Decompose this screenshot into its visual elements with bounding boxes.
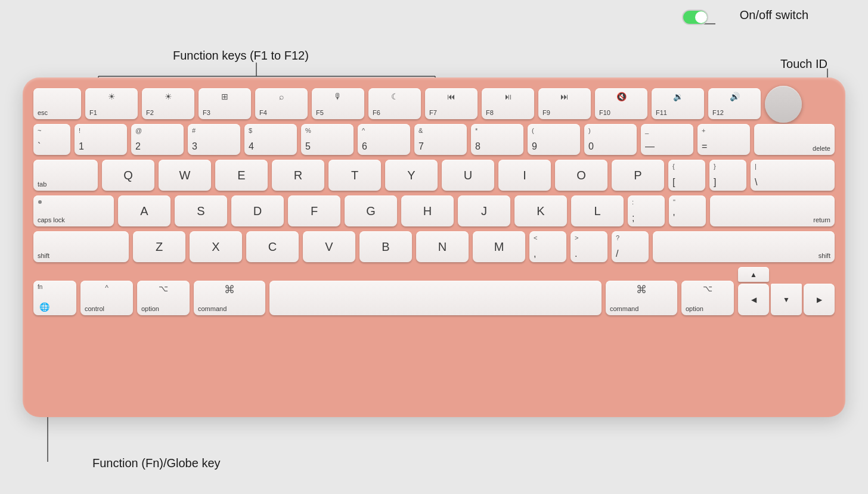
onoff-toggle[interactable] <box>682 10 708 25</box>
key-f1[interactable]: ☀ F1 <box>85 88 138 119</box>
key-r[interactable]: R <box>272 160 324 191</box>
key-d[interactable]: D <box>231 195 284 226</box>
key-4[interactable]: $ 4 <box>244 124 297 155</box>
f10-icon: 🔇 <box>616 92 627 101</box>
key-backslash[interactable]: | \ <box>751 160 835 191</box>
fnkeys-label: Function keys (F1 to F12) <box>173 49 309 63</box>
key-q[interactable]: Q <box>102 160 154 191</box>
key-7[interactable]: & 7 <box>414 124 467 155</box>
key-f2[interactable]: ☀ F2 <box>142 88 194 119</box>
key-shift-right[interactable]: shift <box>653 231 835 262</box>
key-spacebar[interactable] <box>269 281 602 315</box>
key-command-left[interactable]: ⌘ command <box>194 281 265 315</box>
key-k[interactable]: K <box>514 195 567 226</box>
key-f4[interactable]: ⌕ F4 <box>255 88 308 119</box>
f8-icon: ⏯ <box>504 92 512 101</box>
key-f3[interactable]: ⊞ F3 <box>199 88 251 119</box>
key-5[interactable]: % 5 <box>301 124 354 155</box>
key-f11[interactable]: 🔉 F11 <box>652 88 704 119</box>
key-slash[interactable]: ? / <box>612 231 649 262</box>
key-t[interactable]: T <box>328 160 381 191</box>
key-c[interactable]: C <box>246 231 299 262</box>
key-o[interactable]: O <box>555 160 607 191</box>
key-arrow-right[interactable]: ▶ <box>804 284 835 315</box>
key-period[interactable]: > . <box>571 231 607 262</box>
key-control[interactable]: ^ control <box>80 281 133 315</box>
key-option-left[interactable]: ⌥ option <box>137 281 190 315</box>
key-0[interactable]: ) 0 <box>584 124 637 155</box>
keyboard-body: esc ☀ F1 ☀ F2 ⊞ F3 ⌕ F4 🎙 F5 <box>23 77 845 417</box>
key-y[interactable]: Y <box>385 160 438 191</box>
esc-label: esc <box>38 109 48 116</box>
key-arrow-up[interactable]: ▲ <box>738 267 769 282</box>
key-f5[interactable]: 🎙 F5 <box>312 88 364 119</box>
key-g[interactable]: G <box>345 195 397 226</box>
f9-label: F9 <box>542 109 550 116</box>
globe-icon: 🌐 <box>39 302 49 312</box>
key-lbracket[interactable]: { [ <box>668 160 705 191</box>
shift-key-row: shift Z X C V B N M < , > . ? / shift <box>33 231 835 262</box>
key-minus[interactable]: _ — <box>641 124 693 155</box>
key-comma[interactable]: < , <box>529 231 566 262</box>
key-2[interactable]: @ 2 <box>131 124 184 155</box>
key-3[interactable]: # 3 <box>188 124 240 155</box>
key-arrow-down[interactable]: ▼ <box>771 284 802 315</box>
f6-icon: ☾ <box>391 92 399 101</box>
key-h[interactable]: H <box>401 195 454 226</box>
f7-icon: ⏮ <box>447 92 455 101</box>
key-i[interactable]: I <box>498 160 551 191</box>
key-w[interactable]: W <box>159 160 211 191</box>
key-tab[interactable]: tab <box>33 160 98 191</box>
key-capslock[interactable]: caps lock <box>33 195 114 226</box>
f10-label: F10 <box>599 109 610 116</box>
key-quote[interactable]: " ' <box>669 195 706 226</box>
key-delete[interactable]: delete <box>754 124 835 155</box>
f4-label: F4 <box>259 109 267 116</box>
key-f[interactable]: F <box>288 195 340 226</box>
key-m[interactable]: M <box>473 231 525 262</box>
key-f7[interactable]: ⏮ F7 <box>425 88 478 119</box>
key-fn-globe[interactable]: fn 🌐 <box>33 281 76 315</box>
key-e[interactable]: E <box>215 160 268 191</box>
key-u[interactable]: U <box>442 160 494 191</box>
key-esc[interactable]: esc <box>33 88 81 119</box>
f2-icon: ☀ <box>165 92 172 101</box>
key-command-right[interactable]: ⌘ command <box>606 281 677 315</box>
key-6[interactable]: ^ 6 <box>358 124 410 155</box>
key-b[interactable]: B <box>359 231 412 262</box>
key-backtick[interactable]: ~ ` <box>33 124 70 155</box>
key-8[interactable]: * 8 <box>471 124 523 155</box>
key-option-right[interactable]: ⌥ option <box>681 281 734 315</box>
arrow-cluster: ▲ ◀ ▼ ▶ <box>738 267 835 315</box>
key-n[interactable]: N <box>416 231 469 262</box>
ctrl-caret: ^ <box>105 284 108 292</box>
key-touchid[interactable] <box>765 86 802 123</box>
key-return[interactable]: return <box>710 195 835 226</box>
f6-label: F6 <box>373 109 380 116</box>
key-f10[interactable]: 🔇 F10 <box>595 88 647 119</box>
key-x[interactable]: X <box>190 231 242 262</box>
f11-icon: 🔉 <box>673 92 683 101</box>
key-s[interactable]: S <box>175 195 227 226</box>
key-equals[interactable]: + = <box>698 124 750 155</box>
key-j[interactable]: J <box>458 195 510 226</box>
key-f8[interactable]: ⏯ F8 <box>482 88 534 119</box>
f1-icon: ☀ <box>108 92 116 101</box>
key-rbracket[interactable]: } ] <box>709 160 746 191</box>
key-9[interactable]: ( 9 <box>528 124 580 155</box>
key-1[interactable]: ! 1 <box>75 124 127 155</box>
key-f9[interactable]: ⏭ F9 <box>538 88 591 119</box>
caps-key-row: caps lock A S D F G H J K L : ; " ' retu… <box>33 195 835 226</box>
key-a[interactable]: A <box>118 195 170 226</box>
key-z[interactable]: Z <box>133 231 185 262</box>
option-right-sym: ⌥ <box>703 284 712 293</box>
key-f6[interactable]: ☾ F6 <box>368 88 421 119</box>
key-semicolon[interactable]: : ; <box>628 195 665 226</box>
key-f12[interactable]: 🔊 F12 <box>708 88 761 119</box>
key-p[interactable]: P <box>612 160 664 191</box>
key-arrow-left[interactable]: ◀ <box>738 284 769 315</box>
key-shift-left[interactable]: shift <box>33 231 129 262</box>
caps-lock-led <box>38 200 42 204</box>
key-v[interactable]: V <box>303 231 355 262</box>
key-l[interactable]: L <box>571 195 624 226</box>
